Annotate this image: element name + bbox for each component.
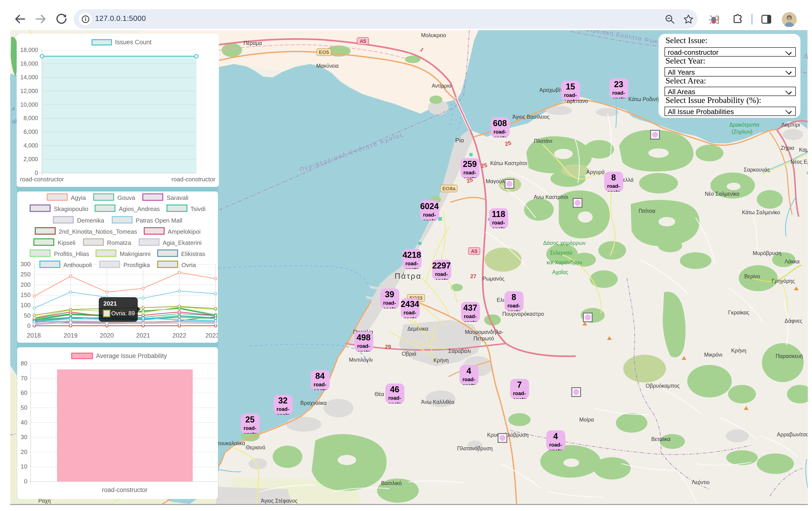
svg-text:Οβρυόκαμπος: Οβρυόκαμπος: [646, 383, 680, 389]
svg-text:Αντίρριο: Αντίρριο: [432, 83, 452, 89]
svg-text:Πέραμα: Πέραμα: [243, 40, 262, 46]
svg-text:Ανω Καστρίτσι: Ανω Καστρίτσι: [534, 194, 568, 200]
svg-text:2020: 2020: [100, 332, 114, 339]
svg-text:50: 50: [21, 404, 27, 411]
svg-text:Σαρκουνάς: Σαρκουνάς: [744, 167, 770, 173]
svg-text:14,000: 14,000: [21, 74, 38, 81]
svg-text:EO8a: EO8a: [442, 186, 456, 192]
svg-text:ΒΙΠΕ Πάτρας: ΒΙΠΕ Πάτρας: [250, 505, 280, 505]
svg-text:Βραχναίικα: Βραχναίικα: [300, 400, 326, 406]
svg-text:Πιτίτσα: Πιτίτσα: [639, 208, 655, 214]
svg-text:Λαμπίρι: Λαμπίρι: [781, 122, 800, 128]
svg-text:Average Issue Probability: Average Issue Probability: [96, 352, 167, 359]
svg-text:Μολυκρειο: Μολυκρειο: [421, 32, 446, 38]
svg-text:80: 80: [21, 360, 27, 367]
svg-text:70: 70: [21, 375, 27, 381]
svg-text:2018: 2018: [27, 332, 41, 339]
svg-text:Κρυσταλλόβρυση: Κρυσταλλόβρυση: [487, 432, 529, 438]
svg-text:2019: 2019: [63, 332, 78, 339]
svg-text:250: 250: [21, 271, 31, 278]
svg-text:Κρήνη: Κρήνη: [433, 357, 449, 363]
svg-text:Οβριά: Οβριά: [402, 351, 416, 357]
svg-text:100: 100: [21, 302, 31, 309]
svg-text:40: 40: [21, 419, 27, 426]
svg-text:Παρασκευή: Παρασκευή: [776, 353, 803, 359]
svg-text:0: 0: [24, 478, 27, 485]
svg-text:road-constructor: road-constructor: [102, 486, 148, 493]
svg-text:Μικρόνι: Μικρόνι: [704, 352, 722, 358]
svg-text:Πουρναρόκαστρο: Πουρναρόκαστρο: [502, 311, 544, 317]
svg-text:Μιντιλόγλι: Μιντιλόγλι: [349, 357, 373, 363]
svg-text:Δεμένικα: Δεμένικα: [407, 326, 428, 332]
svg-text:Δρακότρυπα: Δρακότρυπα: [729, 122, 759, 128]
svg-text:Μαυρομανδήλα-: Μαυρομανδήλα-: [465, 329, 503, 335]
svg-text:12,000: 12,000: [21, 88, 38, 94]
svg-text:Σελεμνού: Σελεμνού: [550, 250, 572, 256]
svg-text:Issues Count: Issues Count: [115, 39, 152, 46]
svg-text:οβ: οβ: [11, 119, 17, 124]
svg-text:road-constructor: road-constructor: [20, 176, 64, 183]
svg-text:road-constructor: road-constructor: [171, 176, 215, 183]
svg-text:25: 25: [481, 162, 488, 169]
svg-text:16,000: 16,000: [21, 60, 38, 67]
svg-text:30: 30: [21, 433, 27, 441]
svg-text:Θεριανό: Θεριανό: [246, 445, 265, 451]
svg-text:Αργυρά: Αργυρά: [586, 169, 605, 175]
svg-text:Πλατανόβρυση: Πλατανόβρυση: [457, 445, 492, 451]
svg-text:A5: A5: [359, 38, 366, 44]
svg-text:(Ζηρίων): (Ζηρίων): [731, 129, 752, 135]
svg-text:2022: 2022: [173, 332, 186, 339]
svg-text:Νέο Σαλμενίκο: Νέο Σαλμενίκο: [705, 191, 739, 197]
svg-text:150: 150: [21, 291, 31, 299]
svg-text:6,000: 6,000: [23, 129, 38, 135]
svg-text:και Χαράνδρου: και Χαράνδρου: [547, 259, 582, 265]
svg-text:0: 0: [35, 169, 38, 176]
svg-text:Βερίνο: Βερίνο: [744, 273, 760, 279]
svg-text:Αχαΐας: Αχαΐας: [552, 269, 568, 275]
svg-text:Μοίρα: Μοίρα: [579, 417, 594, 423]
svg-text:8,000: 8,000: [23, 115, 38, 121]
svg-text:Λάκκα: Λάκκα: [785, 258, 800, 264]
svg-text:A5: A5: [471, 248, 477, 254]
svg-text:Άγιος Βασίλειος: Άγιος Βασίλειος: [513, 114, 550, 120]
svg-text:Ρίο: Ρίο: [455, 137, 464, 144]
svg-text:EO5: EO5: [319, 49, 329, 55]
svg-text:Σαραβάλι: Σαραβάλι: [448, 348, 471, 354]
svg-text:Λεόντιο: Λεόντιο: [692, 479, 710, 485]
svg-text:20: 20: [21, 448, 27, 455]
svg-text:Γρηγόρης: Γρηγόρης: [772, 278, 795, 284]
svg-text:60: 60: [21, 389, 27, 396]
svg-text:Μακύνεια: Μακύνεια: [316, 63, 339, 69]
svg-text:Κάτω Ροδινή: Κάτω Ροδινή: [628, 96, 659, 102]
svg-text:2,000: 2,000: [23, 156, 38, 162]
svg-text:4,000: 4,000: [23, 142, 38, 149]
svg-text:Κάτω Σαλμενίκο: Κάτω Σαλμενίκο: [742, 209, 780, 216]
svg-text:Αρραβωνίτσα: Αρραβωνίτσα: [777, 431, 808, 437]
svg-text:2021: 2021: [136, 332, 150, 339]
svg-text:Νέος Ερ: Νέος Ερ: [790, 159, 808, 165]
svg-text:Πάτρα: Πάτρα: [395, 272, 422, 280]
svg-text:10: 10: [21, 463, 27, 470]
svg-text:Κάτω Καστρίτσι: Κάτω Καστρίτσι: [490, 160, 527, 166]
svg-text:Καμάρ: Καμάρ: [799, 147, 808, 153]
svg-text:Βασιλικό: Βασιλικό: [381, 480, 402, 486]
svg-text:Κρήνη: Κρήνη: [731, 347, 746, 353]
svg-text:10,000: 10,000: [21, 101, 38, 108]
svg-text:Γκραίκας: Γκραίκας: [728, 310, 749, 316]
svg-text:29: 29: [385, 344, 391, 350]
svg-text:Μυρόβρυση: Μυρόβρυση: [753, 250, 781, 256]
svg-text:Άνω Καλλιθέα: Άνω Καλλιθέα: [421, 399, 455, 405]
svg-text:Βεταίικα: Βεταίικα: [651, 436, 670, 442]
svg-text:2023: 2023: [205, 332, 218, 339]
svg-text:Πετρωτό: Πετρωτό: [473, 336, 494, 342]
svg-text:200: 200: [21, 281, 31, 288]
svg-text:Πλατάνι: Πλατάνι: [534, 138, 552, 144]
svg-text:27: 27: [470, 273, 476, 279]
svg-text:0: 0: [27, 322, 31, 329]
svg-text:Δάσος χειμάρρων: Δάσος χειμάρρων: [543, 240, 586, 246]
svg-text:Ζήρια: Ζήρια: [781, 145, 794, 151]
svg-text:ιλ: ιλ: [11, 106, 15, 111]
svg-text:Δάφνες: Δάφνες: [785, 318, 802, 324]
svg-text:Ρωμανός: Ρωμανός: [482, 276, 504, 282]
svg-text:Τσουκαλαίικα: Τσουκαλαίικα: [214, 440, 245, 446]
